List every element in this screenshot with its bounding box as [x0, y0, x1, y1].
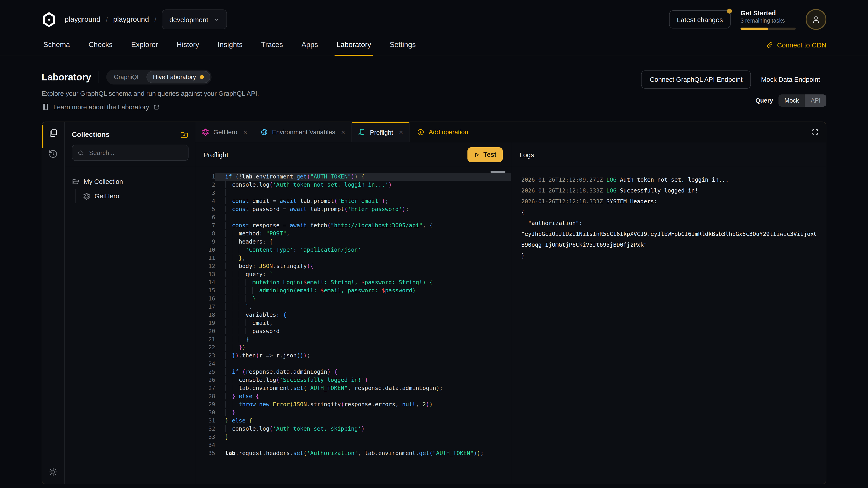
main-nav: SchemaChecksExplorerHistoryInsightsTrace… — [0, 41, 868, 56]
test-button[interactable]: Test — [468, 147, 503, 162]
code-content: console.log('Auth token set, skipping') — [215, 425, 511, 433]
code-content: }).then(r => r.json()); — [215, 352, 511, 360]
learn-more-label: Learn more about the Laboratory — [53, 103, 149, 110]
add-operation-button[interactable]: Add operation — [410, 122, 475, 142]
code-line-13: 13 query: ` — [195, 270, 511, 278]
connect-to-cdn-link[interactable]: Connect to CDN — [766, 41, 827, 56]
code-line-19: 19 email, — [195, 319, 511, 327]
line-number: 4 — [195, 197, 215, 205]
add-collection-icon[interactable] — [180, 130, 188, 139]
code-line-23: 23 }).then(r => r.json()); — [195, 352, 511, 360]
laboratory-header-right: Connect GraphQL API Endpoint Mock Data E… — [641, 70, 827, 111]
line-number: 24 — [195, 360, 215, 368]
nav-item-laboratory[interactable]: Laboratory — [335, 41, 373, 56]
code-content: const password = await lab.prompt('Enter… — [215, 205, 511, 213]
nav-item-schema[interactable]: Schema — [41, 41, 72, 56]
app-root: playground / playground / development La… — [0, 0, 868, 488]
nav-item-apps[interactable]: Apps — [300, 41, 320, 56]
code-line-4: 4 const email = await lab.prompt('Enter … — [195, 197, 511, 205]
code-content: console.log('Successfully logged in!') — [215, 376, 511, 384]
mode-option-hive-laboratory[interactable]: Hive Laboratory — [147, 71, 210, 83]
line-number: 9 — [195, 238, 215, 246]
notification-dot — [727, 8, 732, 13]
line-number: 21 — [195, 335, 215, 344]
query-mode-control: Query Mock API — [755, 94, 827, 107]
nav-item-traces[interactable]: Traces — [259, 41, 285, 56]
connect-graphql-api-endpoint-button[interactable]: Connect GraphQL API Endpoint — [641, 70, 751, 89]
mode-option-label: GraphiQL — [114, 74, 140, 80]
code-content: } — [215, 335, 511, 344]
fullscreen-button[interactable] — [804, 122, 826, 142]
settings-gear-icon[interactable] — [49, 467, 58, 477]
laboratory-header-left: Laboratory GraphiQL Hive Laboratory Expl… — [41, 70, 641, 111]
code-line-17: 17 `, — [195, 303, 511, 311]
code-line-11: 11 }, — [195, 254, 511, 262]
nav-item-explorer[interactable]: Explorer — [129, 41, 160, 56]
line-number: 28 — [195, 392, 215, 400]
code-line-28: 28 } else { — [195, 392, 511, 400]
code-line-2: 2 console.log('Auth token not set, loggi… — [195, 181, 511, 189]
line-number: 22 — [195, 344, 215, 352]
editor-scrollbar-thumb[interactable] — [491, 171, 505, 173]
collection-item-label: GetHero — [94, 193, 119, 200]
get-started-widget[interactable]: Get Started 3 remaining tasks — [741, 9, 796, 30]
line-number: 8 — [195, 230, 215, 238]
nav-item-checks[interactable]: Checks — [87, 41, 114, 56]
collections-sidebar: Collections My CollectionGetHero — [65, 122, 195, 484]
code-content: headers: { — [215, 238, 511, 246]
log-entry: 2026-01-26T12:12:18.333Z LOG Successfull… — [521, 185, 816, 196]
logs-pane: Logs 2026-01-26T12:12:09.271Z LOG Auth t… — [511, 142, 826, 484]
code-line-5: 5 const password = await lab.prompt('Ent… — [195, 205, 511, 213]
code-content — [215, 189, 511, 197]
breadcrumb-project[interactable]: playground — [113, 15, 149, 24]
code-line-31: 31} else { — [195, 417, 511, 425]
code-line-26: 26 console.log('Successfully logged in!'… — [195, 376, 511, 384]
code-content: lab.environment.set("AUTH_TOKEN", respon… — [215, 384, 511, 392]
mode-option-graphiql[interactable]: GraphiQL — [107, 71, 147, 83]
collections-rail-button[interactable] — [49, 128, 58, 138]
active-rail-indicator — [42, 125, 43, 148]
query-mode-mock[interactable]: Mock — [778, 94, 805, 107]
user-avatar[interactable] — [806, 9, 827, 30]
code-content: const email = await lab.prompt('Enter em… — [215, 197, 511, 205]
target-selector[interactable]: development — [162, 9, 227, 29]
code-content: const response = await fetch("http://loc… — [215, 221, 511, 230]
breadcrumb-separator: / — [106, 15, 107, 23]
history-rail-button[interactable] — [49, 150, 58, 159]
line-number: 13 — [195, 270, 215, 278]
code-content — [215, 441, 511, 449]
collection-item-gethero[interactable]: GetHero — [83, 189, 188, 203]
query-mode-api[interactable]: API — [805, 94, 827, 107]
line-number: 12 — [195, 262, 215, 270]
log-raw-line: "authorization": — [521, 218, 816, 229]
close-tab-icon[interactable]: × — [399, 128, 403, 136]
close-tab-icon[interactable]: × — [341, 128, 345, 136]
code-line-15: 15 adminLogin(email: $email, password: $… — [195, 287, 511, 295]
collections-search[interactable] — [72, 144, 188, 161]
nav-item-insights[interactable]: Insights — [216, 41, 244, 56]
line-number: 6 — [195, 213, 215, 221]
script-icon — [358, 128, 366, 136]
learn-more-link[interactable]: Learn more about the Laboratory — [41, 103, 641, 111]
code-line-32: 32 console.log('Auth token set, skipping… — [195, 425, 511, 433]
nav-item-settings[interactable]: Settings — [388, 41, 418, 56]
tab-environment-variables[interactable]: Environment Variables× — [254, 122, 352, 142]
mock-data-endpoint-button[interactable]: Mock Data Endpoint — [755, 70, 827, 89]
get-started-title: Get Started — [741, 9, 796, 17]
latest-changes-button[interactable]: Latest changes — [669, 10, 731, 29]
graphql-icon — [83, 192, 90, 200]
latest-changes-label: Latest changes — [677, 15, 723, 23]
breadcrumb-org[interactable]: playground — [65, 15, 100, 24]
hive-logo-icon[interactable] — [41, 12, 57, 27]
collection-folder-my-collection[interactable]: My Collection — [72, 174, 188, 189]
test-button-label: Test — [484, 151, 497, 158]
tab-gethero[interactable]: GetHero× — [195, 122, 254, 142]
nav-item-history[interactable]: History — [175, 41, 201, 56]
code-content: 'Content-Type': 'application/json' — [215, 246, 511, 254]
globe-icon — [260, 128, 268, 136]
code-editor[interactable]: 1if (!lab.environment.get("AUTH_TOKEN"))… — [195, 167, 511, 484]
search-input[interactable] — [88, 149, 183, 157]
tab-preflight[interactable]: Preflight× — [352, 122, 410, 142]
close-tab-icon[interactable]: × — [243, 128, 247, 136]
code-line-20: 20 password — [195, 327, 511, 335]
